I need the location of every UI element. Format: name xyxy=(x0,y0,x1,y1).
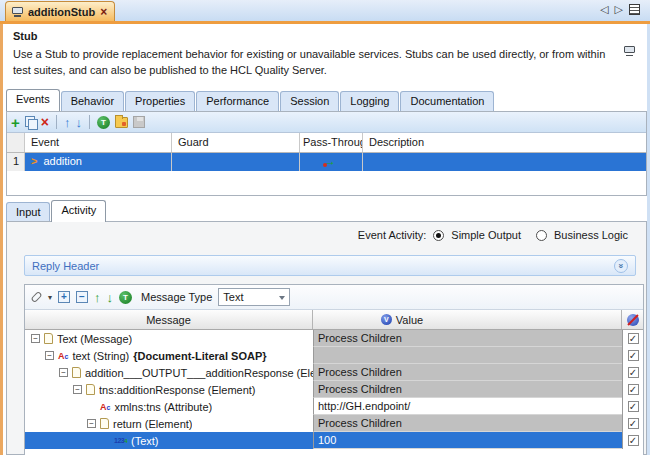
radio-business-logic[interactable] xyxy=(536,230,547,241)
publish-folder-icon[interactable] xyxy=(115,117,128,128)
tree-row[interactable]: 1234(Text)100✓ xyxy=(25,432,643,449)
stub-description: Use a Stub to provide replacement behavi… xyxy=(13,46,613,78)
column-header-message[interactable]: Message xyxy=(25,310,313,329)
move-up-green-icon[interactable]: ↑ xyxy=(94,291,101,304)
message-cell[interactable]: −addition___OUTPUT___additionResponse (E… xyxy=(25,364,313,381)
nav-forward-icon[interactable]: ▷ xyxy=(615,3,623,16)
event-cell[interactable]: >addition xyxy=(25,153,172,171)
chevron-down-icon[interactable]: ▾ xyxy=(48,293,52,302)
reply-header-section[interactable]: Reply Header » xyxy=(24,255,636,276)
apply-icon[interactable]: T xyxy=(119,291,132,304)
message-cell[interactable]: −Actext (String){Document-Literal SOAP} xyxy=(25,347,313,364)
message-cell[interactable]: −tns:additionResponse (Element) xyxy=(25,381,313,398)
column-header-description[interactable]: Description xyxy=(363,133,646,152)
add-event-icon[interactable]: + xyxy=(11,115,20,130)
enabled-checkbox[interactable]: ✓ xyxy=(628,384,639,395)
tree-node-annotation: {Document-Literal SOAP} xyxy=(133,350,266,362)
enabled-checkbox[interactable]: ✓ xyxy=(628,401,639,412)
tab-list-icon[interactable] xyxy=(629,4,640,15)
enabled-cell: ✓ xyxy=(622,398,643,415)
event-row[interactable]: 1 >addition → xyxy=(7,153,646,171)
tab-properties[interactable]: Properties xyxy=(125,91,195,111)
quality-server-icon[interactable] xyxy=(624,46,635,56)
enabled-checkbox[interactable]: ✓ xyxy=(628,418,639,429)
enabled-cell: ✓ xyxy=(622,381,643,398)
activity-panel: Event Activity: Simple Output Business L… xyxy=(6,221,647,455)
value-cell[interactable]: Process Children xyxy=(313,381,622,398)
message-type-dropdown[interactable]: Text xyxy=(218,288,290,306)
value-cell[interactable]: Process Children xyxy=(313,415,622,432)
column-header-pass-through[interactable]: Pass-Through xyxy=(300,133,363,152)
message-page-icon xyxy=(44,333,53,344)
enabled-checkbox[interactable]: ✓ xyxy=(628,367,639,378)
tab-events[interactable]: Events xyxy=(6,89,60,111)
message-cell[interactable]: 1234(Text) xyxy=(25,432,313,449)
column-header-value[interactable]: V Value xyxy=(313,310,622,329)
reply-header-title: Reply Header xyxy=(32,260,99,272)
tree-row[interactable]: −addition___OUTPUT___additionResponse (E… xyxy=(25,364,643,381)
message-cell[interactable]: −Text (Message) xyxy=(25,330,313,347)
message-cell[interactable]: −return (Element) xyxy=(25,415,313,432)
collapse-toggle-icon[interactable]: − xyxy=(87,419,96,428)
delete-event-icon[interactable]: × xyxy=(41,115,49,129)
message-toolbar: ▾ + − ↑ ↓ T Message Type Text xyxy=(25,285,643,310)
copy-event-icon[interactable] xyxy=(25,116,36,128)
attribute-icon: Ac xyxy=(100,402,110,412)
tree-node-label: text (String) xyxy=(72,350,129,362)
pass-through-icon: → xyxy=(324,156,336,166)
enabled-cell: ✓ xyxy=(622,432,643,449)
value-cell[interactable]: Process Children xyxy=(313,330,622,347)
tab-session[interactable]: Session xyxy=(280,91,339,111)
enabled-checkbox[interactable]: ✓ xyxy=(628,435,639,446)
save-icon-disabled xyxy=(133,116,145,128)
enabled-cell: ✓ xyxy=(622,330,643,347)
business-logic-label[interactable]: Business Logic xyxy=(554,229,628,241)
tab-performance[interactable]: Performance xyxy=(196,91,279,111)
enabled-checkbox[interactable]: ✓ xyxy=(628,350,639,361)
tab-documentation[interactable]: Documentation xyxy=(400,91,494,111)
tree-row[interactable]: −Text (Message)Process Children✓ xyxy=(25,330,643,347)
collapse-section-icon[interactable]: » xyxy=(614,259,628,273)
collapse-toggle-icon[interactable]: − xyxy=(59,368,68,377)
pass-through-cell[interactable]: → xyxy=(300,153,363,171)
value-cell[interactable]: Process Children xyxy=(313,364,622,381)
enabled-checkbox[interactable]: ✓ xyxy=(628,333,639,344)
collapse-toggle-icon[interactable]: − xyxy=(31,334,40,343)
tree-row[interactable]: −tns:additionResponse (Element)Process C… xyxy=(25,381,643,398)
expand-all-icon[interactable]: + xyxy=(58,291,70,303)
radio-simple-output[interactable] xyxy=(433,230,444,241)
collapse-toggle-icon[interactable]: − xyxy=(73,385,82,394)
tab-behavior[interactable]: Behavior xyxy=(61,91,124,111)
column-header-guard[interactable]: Guard xyxy=(172,133,300,152)
value-cell[interactable]: 100 xyxy=(313,432,622,449)
tree-row[interactable]: Acxmlns:tns (Attribute)http://GH.endpoin… xyxy=(25,398,643,415)
message-tree-header: Message V Value xyxy=(25,310,643,330)
close-tab-icon[interactable]: × xyxy=(100,5,107,19)
nav-back-icon[interactable]: ◁ xyxy=(600,3,608,16)
column-header-enabled[interactable] xyxy=(622,310,643,329)
toggle-event-icon[interactable]: T xyxy=(97,116,110,129)
column-header-event[interactable]: Event xyxy=(25,133,172,152)
simple-output-label[interactable]: Simple Output xyxy=(451,229,521,241)
message-cell[interactable]: Acxmlns:tns (Attribute) xyxy=(25,398,313,415)
description-cell[interactable] xyxy=(363,153,646,171)
stub-icon xyxy=(12,7,23,17)
collapse-all-icon[interactable]: − xyxy=(76,291,88,303)
tree-row[interactable]: −return (Element)Process Children✓ xyxy=(25,415,643,432)
tab-activity[interactable]: Activity xyxy=(51,200,106,222)
move-down-green-icon[interactable]: ↓ xyxy=(107,291,114,304)
guard-cell[interactable] xyxy=(172,153,300,171)
move-up-icon[interactable]: ↑ xyxy=(64,116,71,129)
tab-input[interactable]: Input xyxy=(6,202,50,222)
events-toolbar: + × ↑ ↓ T xyxy=(7,112,646,133)
move-down-icon[interactable]: ↓ xyxy=(75,116,82,129)
document-tab-additionstub[interactable]: additionStub × xyxy=(5,1,115,21)
value-cell[interactable] xyxy=(313,347,622,364)
tab-logging[interactable]: Logging xyxy=(340,91,399,111)
tree-row[interactable]: −Actext (String){Document-Literal SOAP}✓ xyxy=(25,347,643,364)
enabled-cell: ✓ xyxy=(622,347,643,364)
link-chain-icon[interactable] xyxy=(30,291,42,303)
collapse-toggle-icon[interactable]: − xyxy=(45,351,54,360)
enabled-cell: ✓ xyxy=(622,415,643,432)
value-cell[interactable]: http://GH.endpoint/ xyxy=(313,398,622,415)
